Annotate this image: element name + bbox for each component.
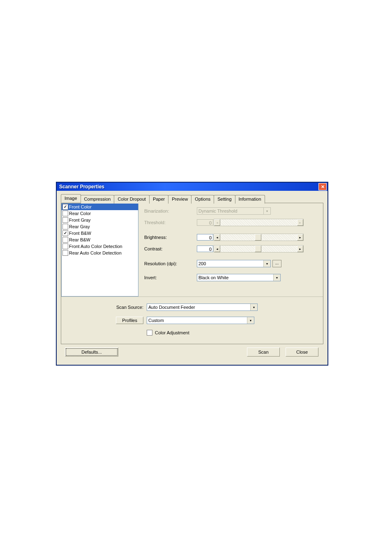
arrow-left-icon[interactable]: ◄ [214, 234, 220, 241]
list-item[interactable]: Front Color [62, 204, 138, 210]
checkbox-icon[interactable] [62, 204, 68, 210]
tab-paper[interactable]: Paper [149, 195, 168, 204]
tab-panel: Front Color Rear Color Front Gray Rear G… [61, 203, 323, 344]
footer: Defaults... Scan Close [61, 344, 323, 361]
brightness-slider[interactable]: ◄ ► [214, 234, 304, 241]
arrow-right-icon: ► [297, 219, 303, 226]
checkbox-icon[interactable] [62, 224, 68, 229]
top-section: Front Color Rear Color Front Gray Rear G… [61, 203, 323, 297]
tab-preview[interactable]: Preview [168, 195, 191, 204]
list-item[interactable]: Rear Auto Color Detection [62, 250, 138, 256]
titlebar[interactable]: Scanner Properties ✕ [57, 183, 327, 191]
arrow-left-icon[interactable]: ◄ [214, 246, 220, 252]
checkbox-icon[interactable] [62, 211, 68, 216]
tab-compression[interactable]: Compression [81, 195, 115, 204]
contrast-value: 0 [197, 246, 213, 252]
chevron-down-icon[interactable] [263, 260, 270, 267]
binarization-combo: Dynamic Threshold [197, 207, 271, 215]
list-item[interactable]: Rear Gray [62, 223, 138, 230]
list-item[interactable]: Front Gray [62, 217, 138, 223]
chevron-down-icon [263, 208, 270, 214]
resolution-more-button[interactable]: ... [272, 260, 281, 267]
brightness-label: Brightness: [144, 235, 197, 240]
binarization-label: Binarization: [144, 208, 197, 213]
tab-information[interactable]: Information [235, 195, 265, 204]
settings-form: Binarization: Dynamic Threshold Threshol… [138, 203, 323, 297]
tab-options[interactable]: Options [191, 195, 214, 204]
contrast-label: Contrast: [144, 246, 197, 251]
list-item[interactable]: Front Auto Color Detection [62, 243, 138, 250]
chevron-down-icon[interactable] [273, 274, 280, 281]
tab-strip: Image Compression Color Dropout Paper Pr… [61, 195, 323, 203]
checkbox-icon[interactable] [62, 230, 68, 236]
window-content: Image Compression Color Dropout Paper Pr… [57, 191, 327, 365]
arrow-left-icon: ◄ [214, 219, 220, 226]
invert-label: Invert: [144, 275, 197, 280]
list-item[interactable]: Rear Color [62, 210, 138, 217]
checkbox-icon[interactable] [62, 237, 68, 243]
defaults-button[interactable]: Defaults... [65, 348, 118, 357]
invert-combo[interactable]: Black on White [197, 274, 281, 281]
checkbox-icon[interactable] [62, 250, 68, 256]
tab-color-dropout[interactable]: Color Dropout [114, 195, 149, 204]
bottom-section: Scan Source: Auto Document Feeder Profil… [61, 297, 323, 344]
chevron-down-icon[interactable] [250, 304, 257, 310]
close-icon[interactable]: ✕ [318, 183, 327, 190]
tab-image[interactable]: Image [61, 194, 81, 203]
profiles-button[interactable]: Profiles [116, 317, 143, 324]
color-adjustment-label: Color Adjustment [155, 330, 189, 335]
threshold-value: 0 [197, 219, 213, 226]
close-button[interactable]: Close [286, 348, 318, 357]
threshold-slider: ◄ ► [214, 219, 304, 226]
image-selection-list[interactable]: Front Color Rear Color Front Gray Rear G… [61, 203, 138, 297]
arrow-right-icon[interactable]: ► [297, 246, 303, 252]
checkbox-icon[interactable] [62, 217, 68, 223]
profiles-combo[interactable]: Custom [147, 317, 254, 324]
list-item[interactable]: Rear B&W [62, 236, 138, 243]
checkbox-icon[interactable] [62, 243, 68, 249]
arrow-right-icon[interactable]: ► [297, 234, 303, 241]
contrast-slider[interactable]: ◄ ► [214, 245, 304, 253]
chevron-down-icon[interactable] [247, 317, 254, 324]
scan-source-label: Scan Source: [65, 305, 147, 310]
list-item[interactable]: Front B&W [62, 230, 138, 236]
scanner-properties-window: Scanner Properties ✕ Image Compression C… [56, 182, 328, 365]
scan-source-combo[interactable]: Auto Document Feeder [147, 303, 258, 311]
scan-button[interactable]: Scan [247, 348, 280, 357]
threshold-label: Threshold: [144, 220, 197, 225]
window-title: Scanner Properties [59, 184, 104, 190]
color-adjustment-checkbox[interactable] [147, 330, 152, 336]
tab-setting[interactable]: Setting [214, 195, 235, 204]
resolution-label: Resolution (dpi): [144, 261, 197, 266]
brightness-value: 0 [197, 234, 213, 241]
resolution-combo[interactable]: 200 [197, 260, 271, 267]
